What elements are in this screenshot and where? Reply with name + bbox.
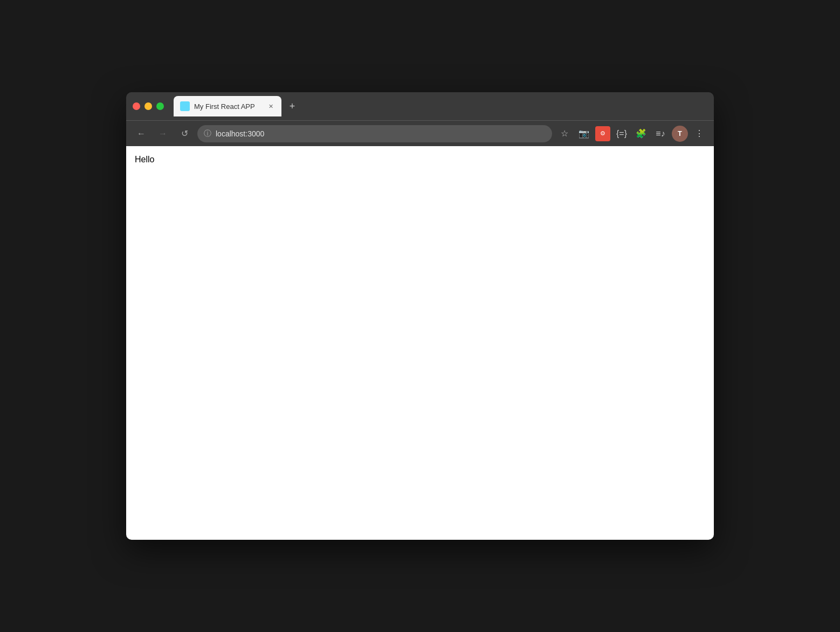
toolbar-icons: ☆ 📷 ⚙ {=} 🧩 ≡♪ T ⋮ [556, 126, 707, 142]
tab-area: My First React APP ✕ + [174, 96, 707, 116]
tab-close-button[interactable]: ✕ [266, 102, 275, 111]
nav-bar: ← → ↺ ⓘ localhost:3000 ☆ 📷 ⚙ {=} 🧩 ≡♪ T … [126, 120, 714, 146]
browser-window: My First React APP ✕ + ← → ↺ ⓘ localhost… [126, 92, 714, 540]
new-tab-button[interactable]: + [284, 98, 301, 115]
more-button[interactable]: ⋮ [691, 126, 707, 142]
minimize-window-button[interactable] [144, 102, 152, 110]
bookmark-button[interactable]: ☆ [556, 126, 573, 142]
hello-text: Hello [135, 155, 154, 164]
extensions-button[interactable]: 🧩 [633, 126, 649, 142]
info-icon: ⓘ [204, 129, 211, 139]
extension1-button[interactable]: ⚙ [595, 126, 610, 141]
page-content: Hello [126, 146, 714, 540]
playlist-button[interactable]: ≡♪ [652, 126, 669, 142]
close-window-button[interactable] [133, 102, 140, 110]
url-text: localhost:3000 [216, 129, 546, 138]
tab-title: My First React APP [194, 102, 262, 111]
svg-point-0 [184, 106, 186, 107]
profile-button[interactable]: T [672, 126, 688, 142]
reload-button[interactable]: ↺ [176, 125, 193, 142]
active-tab[interactable]: My First React APP ✕ [174, 96, 281, 116]
title-bar: My First React APP ✕ + [126, 92, 714, 120]
tab-favicon [180, 101, 190, 111]
maximize-window-button[interactable] [156, 102, 164, 110]
back-button[interactable]: ← [133, 125, 150, 142]
forward-button[interactable]: → [154, 125, 171, 142]
address-bar[interactable]: ⓘ localhost:3000 [197, 125, 552, 142]
screenshot-button[interactable]: 📷 [576, 126, 592, 142]
traffic-lights [133, 102, 164, 110]
extension2-button[interactable]: {=} [614, 126, 630, 142]
